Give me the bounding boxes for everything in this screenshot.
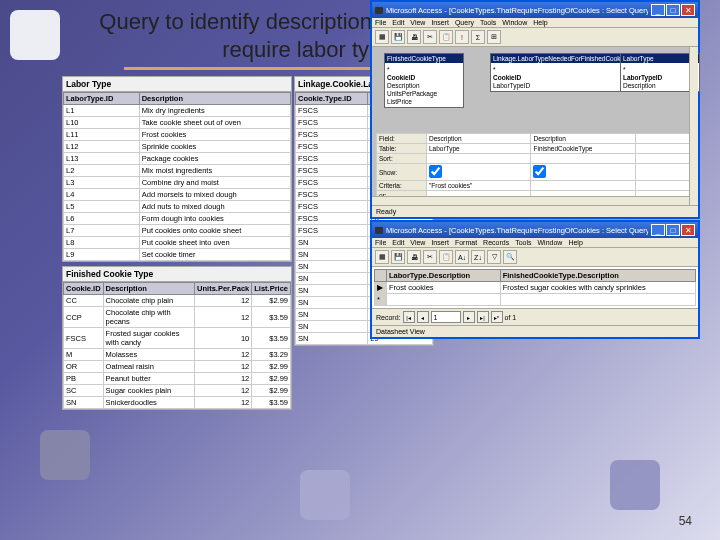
cell[interactable]: Mix dry ingredients: [139, 105, 290, 117]
cell[interactable]: FSCS: [296, 153, 368, 165]
grid-cell[interactable]: [635, 134, 693, 144]
sort-asc-button[interactable]: A↓: [455, 250, 469, 264]
field-item[interactable]: LaborTypeID: [623, 73, 697, 81]
cell[interactable]: 12: [195, 373, 252, 385]
cell[interactable]: L2: [64, 165, 140, 177]
field-item[interactable]: *: [493, 65, 640, 73]
cell[interactable]: L8: [64, 237, 140, 249]
run-button[interactable]: !: [455, 30, 469, 44]
toolbar-button[interactable]: ▦: [375, 250, 389, 264]
cell[interactable]: L4: [64, 189, 140, 201]
toolbar-button[interactable]: ⊞: [487, 30, 501, 44]
menu-item[interactable]: File: [375, 239, 386, 246]
cell[interactable]: CCP: [64, 307, 104, 328]
cell[interactable]: SN: [296, 285, 368, 297]
cell[interactable]: L9: [64, 249, 140, 261]
cell[interactable]: SN: [296, 321, 368, 333]
cell[interactable]: PB: [64, 373, 104, 385]
table-row[interactable]: L2Mix moist ingredients: [64, 165, 291, 177]
cell[interactable]: FSCS: [296, 201, 368, 213]
minimize-button[interactable]: _: [651, 4, 665, 16]
field-item[interactable]: CookieID: [387, 73, 461, 81]
maximize-button[interactable]: □: [666, 224, 680, 236]
datasheet-pane[interactable]: LaborType.Description FinishedCookieType…: [372, 267, 698, 308]
show-checkbox[interactable]: [533, 165, 546, 178]
table-row[interactable]: SNSnickerdoodles12$3.59: [64, 397, 291, 409]
cell[interactable]: SN: [296, 237, 368, 249]
cell[interactable]: L13: [64, 153, 140, 165]
cell[interactable]: SN: [296, 261, 368, 273]
cell[interactable]: FSCS: [296, 165, 368, 177]
cell[interactable]: SN: [296, 333, 368, 345]
col-header[interactable]: LaborType.Description: [387, 270, 501, 282]
col-header[interactable]: List.Price: [252, 283, 291, 295]
cell[interactable]: L1: [64, 105, 140, 117]
cell[interactable]: 12: [195, 361, 252, 373]
sort-desc-button[interactable]: Z↓: [471, 250, 485, 264]
menu-item[interactable]: Query: [455, 19, 474, 26]
cell[interactable]: Mix moist ingredients: [139, 165, 290, 177]
cell[interactable]: FSCS: [296, 225, 368, 237]
menu-item[interactable]: Help: [533, 19, 547, 26]
toolbar-button[interactable]: ✂: [423, 250, 437, 264]
row-selector[interactable]: ▶: [375, 282, 387, 294]
new-row[interactable]: *: [375, 294, 696, 306]
menu-item[interactable]: File: [375, 19, 386, 26]
menu-item[interactable]: Records: [483, 239, 509, 246]
cell[interactable]: L12: [64, 141, 140, 153]
cell[interactable]: $2.99: [252, 361, 291, 373]
cell[interactable]: Combine dry and moist: [139, 177, 290, 189]
cell[interactable]: FSCS: [296, 177, 368, 189]
col-header[interactable]: Description: [139, 93, 290, 105]
col-header[interactable]: FinishedCookieType.Description: [500, 270, 695, 282]
toolbar-button[interactable]: 💾: [391, 250, 405, 264]
grid-cell[interactable]: [531, 181, 635, 191]
cell[interactable]: SN: [296, 297, 368, 309]
cell[interactable]: SC: [64, 385, 104, 397]
new-record-button[interactable]: ▸*: [491, 311, 503, 323]
menu-item[interactable]: Tools: [480, 19, 496, 26]
table-row[interactable]: SCSugar cookies plain12$2.99: [64, 385, 291, 397]
cell[interactable]: 12: [195, 307, 252, 328]
field-item[interactable]: UnitsPerPackage: [387, 89, 461, 97]
maximize-button[interactable]: □: [666, 4, 680, 16]
titlebar[interactable]: Microsoft Access - [CookieTypes.ThatRequ…: [372, 222, 698, 238]
cell[interactable]: CC: [64, 295, 104, 307]
cell[interactable]: L5: [64, 201, 140, 213]
cell[interactable]: Take cookie sheet out of oven: [139, 117, 290, 129]
record-number-input[interactable]: [431, 311, 461, 323]
table-row[interactable]: L8Put cookie sheet into oven: [64, 237, 291, 249]
query-design-pane[interactable]: FinishedCookieType*CookieIDDescriptionUn…: [372, 47, 698, 205]
cell[interactable]: Molasses: [103, 349, 195, 361]
cell[interactable]: Sprinkle cookies: [139, 141, 290, 153]
table-row[interactable]: L1Mix dry ingredients: [64, 105, 291, 117]
vertical-scrollbar[interactable]: [689, 47, 698, 205]
table-row[interactable]: FSCSFrosted sugar cookies with candy10$3…: [64, 328, 291, 349]
table-row[interactable]: CCChocolate chip plain12$2.99: [64, 295, 291, 307]
cell[interactable]: L3: [64, 177, 140, 189]
table-row[interactable]: MMolasses12$3.29: [64, 349, 291, 361]
table-row[interactable]: OROatmeal raisin12$2.99: [64, 361, 291, 373]
col-header[interactable]: Description: [103, 283, 195, 295]
toolbar-button[interactable]: Σ: [471, 30, 485, 44]
col-header[interactable]: Cookie.Type.ID: [296, 93, 368, 105]
grid-cell[interactable]: [531, 164, 635, 181]
field-item[interactable]: ListPrice: [387, 97, 461, 105]
cell[interactable]: SN: [296, 273, 368, 285]
cell[interactable]: Frost cookies: [387, 282, 501, 294]
cell[interactable]: FSCS: [296, 189, 368, 201]
table-row[interactable]: PBPeanut butter12$2.99: [64, 373, 291, 385]
cell[interactable]: 12: [195, 385, 252, 397]
cell[interactable]: $2.99: [252, 295, 291, 307]
grid-cell[interactable]: [635, 144, 693, 154]
menu-item[interactable]: Insert: [431, 19, 449, 26]
cell[interactable]: Form dough into cookies: [139, 213, 290, 225]
cell[interactable]: Peanut butter: [103, 373, 195, 385]
query-grid[interactable]: Field:DescriptionDescriptionTable:LaborT…: [376, 133, 694, 201]
col-header[interactable]: Units.Per.Pack: [195, 283, 252, 295]
menu-item[interactable]: Edit: [392, 19, 404, 26]
cell[interactable]: Add morsels to mixed dough: [139, 189, 290, 201]
toolbar-button[interactable]: 🖶: [407, 250, 421, 264]
table-row[interactable]: L3Combine dry and moist: [64, 177, 291, 189]
cell[interactable]: Add nuts to mixed dough: [139, 201, 290, 213]
